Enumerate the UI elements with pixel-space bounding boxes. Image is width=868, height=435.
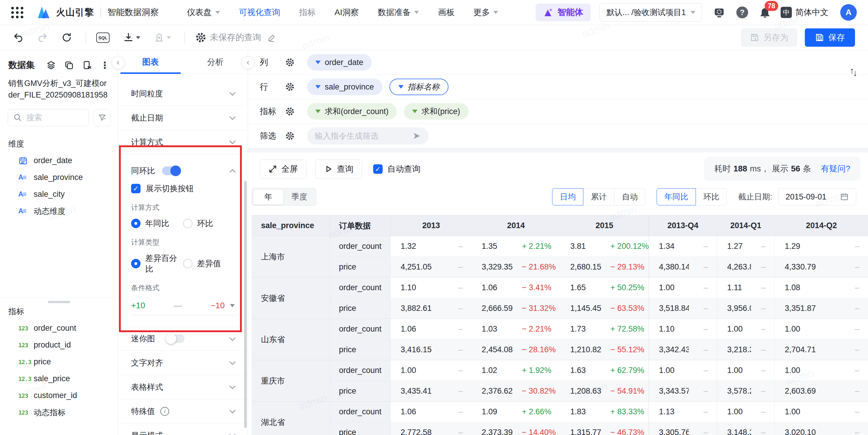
cell-change: – bbox=[751, 257, 775, 278]
nav-item-数据准备[interactable]: 数据准备 bbox=[378, 7, 419, 18]
gear-icon[interactable] bbox=[285, 107, 294, 116]
gear-icon[interactable] bbox=[285, 82, 294, 92]
sql-view-button[interactable]: SQL bbox=[96, 32, 110, 43]
save-button[interactable]: 保存 bbox=[805, 28, 855, 47]
field-sale_price[interactable]: 12.3sale_price bbox=[0, 370, 118, 387]
language-switcher[interactable]: 中 简体中文 bbox=[781, 7, 829, 18]
option-累计[interactable]: 累计 bbox=[583, 188, 614, 205]
cell-value: 1.06 bbox=[391, 402, 438, 422]
nav-item-可视化查询[interactable]: 可视化查询 bbox=[239, 7, 280, 18]
refresh-button[interactable] bbox=[61, 32, 72, 43]
chip-sale_province[interactable]: sale_province bbox=[307, 79, 382, 95]
option-季度[interactable]: 季度 bbox=[284, 189, 315, 204]
nav-item-更多[interactable]: 更多 bbox=[473, 7, 498, 18]
divider bbox=[86, 31, 86, 44]
cell-value: 1.06 bbox=[391, 319, 438, 340]
notifications-button[interactable]: 78 bbox=[760, 7, 771, 18]
option-年[interactable]: 年 bbox=[253, 189, 284, 204]
field-customer_id[interactable]: 123customer_id bbox=[0, 387, 118, 404]
field-动态维度[interactable]: A≡动态维度 bbox=[0, 203, 118, 220]
nav-item-仪表盘[interactable]: 仪表盘 bbox=[187, 7, 220, 18]
gear-icon[interactable] bbox=[285, 131, 294, 141]
subscribe-button[interactable] bbox=[154, 32, 171, 43]
screencast-button[interactable] bbox=[713, 6, 725, 18]
undo-button[interactable] bbox=[13, 32, 24, 43]
collapse-dataset-panel-button[interactable]: ‹ bbox=[112, 56, 125, 69]
chip-order_date[interactable]: order_date bbox=[307, 54, 372, 70]
project-selector[interactable]: 默认... /验收测试项目1 bbox=[600, 3, 702, 22]
dataset-more-button[interactable]: ⋮ bbox=[100, 61, 110, 70]
field-order_count[interactable]: 123order_count bbox=[0, 320, 118, 337]
settings-section-显示模式[interactable]: 显示模式 bbox=[118, 424, 248, 435]
radio-diff-value[interactable]: 差异值 bbox=[183, 258, 235, 269]
field-sale_province[interactable]: A≡sale_province bbox=[0, 169, 118, 186]
dataset-copy-button[interactable] bbox=[64, 60, 74, 70]
settings-section-计算方式[interactable]: 计算方式 bbox=[118, 130, 248, 154]
panel-splitter[interactable] bbox=[0, 297, 118, 298]
nav-item-画板[interactable]: 画板 bbox=[438, 7, 454, 18]
tab-analysis[interactable]: 分析 bbox=[183, 50, 248, 74]
cell-change: – bbox=[689, 236, 717, 257]
chevron-down-icon bbox=[690, 11, 695, 14]
end-date-picker[interactable]: 2015-09-01 bbox=[778, 188, 856, 205]
help-button[interactable]: ? bbox=[736, 6, 748, 18]
settings-scrollbar[interactable] bbox=[244, 181, 247, 428]
redo-button[interactable] bbox=[37, 32, 48, 43]
mini-chart-section[interactable]: 迷你图 bbox=[118, 326, 248, 351]
radio-diff-percent[interactable]: 差异百分比 bbox=[131, 253, 183, 274]
download-button[interactable] bbox=[123, 32, 140, 43]
mini-chart-toggle[interactable] bbox=[166, 334, 185, 343]
calc-type-label: 计算类型 bbox=[131, 238, 235, 247]
field-price[interactable]: 12.3price bbox=[0, 353, 118, 370]
drag-handle[interactable] bbox=[48, 301, 70, 303]
table-row: 山东省order_count1.06–1.03− 2.21%1.73+ 72.5… bbox=[252, 319, 868, 340]
rename-button[interactable] bbox=[267, 33, 277, 42]
option-年同比[interactable]: 年同比 bbox=[657, 188, 696, 205]
dataset-layers-button[interactable] bbox=[46, 60, 56, 70]
collapse-settings-panel-button[interactable]: ‹ bbox=[242, 56, 254, 69]
field-动态指标[interactable]: 123动态指标 bbox=[0, 404, 118, 421]
dataset-switch-button[interactable] bbox=[82, 60, 92, 70]
field-sale_city[interactable]: A≡sale_city bbox=[0, 186, 118, 203]
comparison-toggle[interactable] bbox=[162, 166, 180, 175]
cell-value: 3,020.10 bbox=[775, 422, 822, 435]
chip-指标名称[interactable]: 指标名称 bbox=[390, 79, 448, 95]
nav-item-AI洞察[interactable]: AI洞察 bbox=[335, 7, 359, 18]
settings-section-文字对齐[interactable]: 文字对齐 bbox=[118, 351, 248, 375]
send-icon[interactable] bbox=[412, 132, 421, 140]
query-settings-button[interactable] bbox=[195, 32, 206, 43]
auto-query-checkbox[interactable]: ✓ 自动查询 bbox=[373, 160, 421, 178]
settings-section-时间粒度[interactable]: 时间粒度 bbox=[118, 82, 248, 106]
chevron-up-icon[interactable] bbox=[229, 169, 236, 175]
option-环比[interactable]: 环比 bbox=[695, 188, 727, 205]
agent-icon bbox=[543, 7, 553, 18]
save-as-button[interactable]: 另存为 bbox=[741, 28, 797, 47]
chip-求和(price)[interactable]: 求和(price) bbox=[404, 103, 469, 120]
field-product_id[interactable]: 123product_id bbox=[0, 337, 118, 353]
radio-mom[interactable]: 环比 bbox=[183, 218, 235, 229]
avatar[interactable]: A bbox=[840, 4, 857, 21]
option-日均[interactable]: 日均 bbox=[552, 188, 583, 205]
agent-button[interactable]: 智能体 bbox=[535, 4, 591, 21]
apps-grid-icon[interactable] bbox=[11, 7, 24, 18]
nav-item-指标[interactable]: 指标 bbox=[299, 7, 316, 18]
show-switch-checkbox[interactable]: ✓ 展示切换按钮 bbox=[131, 183, 235, 194]
fullscreen-button[interactable]: 全屏 bbox=[260, 160, 306, 178]
field-search-input[interactable]: 搜索 bbox=[8, 109, 89, 126]
filter-ai-input[interactable]: 输入指令生成筛选 bbox=[307, 127, 429, 145]
settings-section-截止日期[interactable]: 截止日期 bbox=[118, 106, 248, 130]
field-filter-button[interactable] bbox=[94, 109, 111, 126]
run-query-button[interactable]: 查询 bbox=[315, 160, 362, 178]
sort-icon[interactable]: ↑↓ bbox=[850, 66, 856, 76]
gear-icon[interactable] bbox=[285, 58, 294, 67]
field-order_date[interactable]: order_date bbox=[0, 152, 118, 169]
radio-yoy[interactable]: 年同比 bbox=[131, 218, 183, 229]
col-header-2014: 2014 bbox=[472, 215, 560, 236]
tab-chart[interactable]: 图表 bbox=[118, 50, 183, 74]
settings-section-特殊值[interactable]: 特殊值i bbox=[118, 399, 248, 424]
chip-求和(order_count)[interactable]: 求和(order_count) bbox=[307, 103, 397, 120]
help-link[interactable]: 有疑问? bbox=[821, 163, 850, 174]
condition-format-select[interactable]: +10 — −10 bbox=[131, 301, 235, 310]
settings-section-表格样式[interactable]: 表格样式 bbox=[118, 375, 248, 399]
option-自动[interactable]: 自动 bbox=[614, 188, 645, 205]
